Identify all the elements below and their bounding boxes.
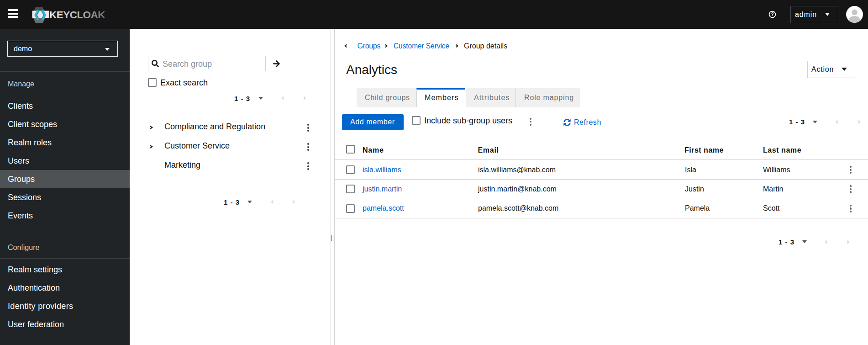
svg-text:?: ?	[771, 12, 773, 17]
svg-text:KEYCLOAK: KEYCLOAK	[49, 9, 105, 21]
